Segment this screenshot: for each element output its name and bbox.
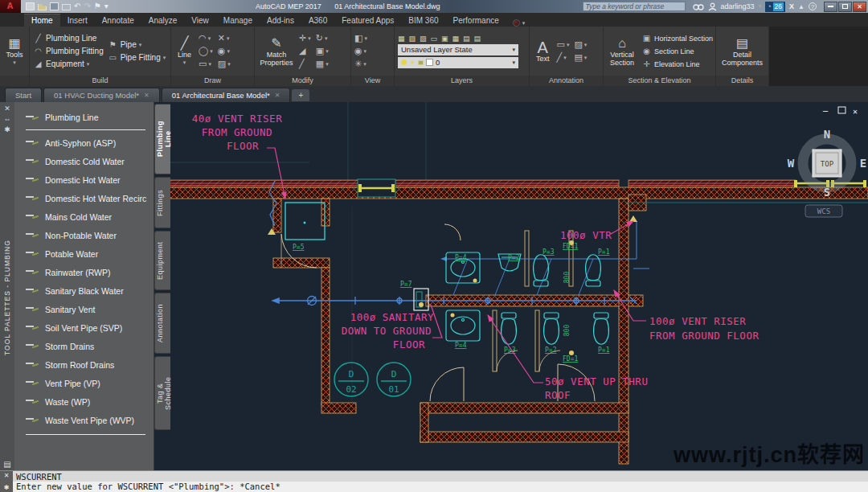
match-properties-button[interactable]: ✎ Match Properties xyxy=(258,35,295,68)
palette-item[interactable]: Rainwater (RWP) xyxy=(26,263,154,281)
palette-tab-plumbing-line[interactable]: Plumbing Line xyxy=(154,104,170,174)
file-tab-hvac[interactable]: 01 HVAC Ducting Model*✕ xyxy=(43,88,160,102)
move-tool[interactable]: ✛▾ xyxy=(299,32,311,44)
tab-manage[interactable]: Manage xyxy=(216,14,260,27)
tab-annotate[interactable]: Annotate xyxy=(95,14,141,27)
palette-properties-icon[interactable]: ✱ xyxy=(4,125,10,135)
text-button[interactable]: A Text xyxy=(533,39,553,64)
palette-tab-tag-schedule[interactable]: Tag & Schedule xyxy=(154,356,170,430)
palette-tab-fittings[interactable]: Fittings xyxy=(154,177,170,228)
viewport-close-icon[interactable]: ✕ xyxy=(853,107,858,116)
workspace-icon[interactable]: ⚑ xyxy=(94,2,101,10)
exchange-apps-icon[interactable]: X xyxy=(789,2,794,10)
open-file-icon[interactable] xyxy=(38,2,47,10)
view-orbit-tool[interactable]: ◉▾ xyxy=(354,45,367,57)
arc-tool[interactable]: ◠▾ xyxy=(199,32,213,44)
palette-item[interactable]: Non-Potable Water xyxy=(26,226,154,244)
palette-close-icon[interactable]: ✕ xyxy=(4,104,10,114)
layer-tools-row[interactable]: ▦▨▨ ▭▣▦ ▤▤ xyxy=(398,35,518,43)
view-zoom-tool[interactable]: ✳▾ xyxy=(354,58,367,70)
new-file-icon[interactable] xyxy=(26,2,35,10)
palette-item[interactable]: Anti-Syphon (ASP) xyxy=(26,133,154,152)
tab-insert[interactable]: Insert xyxy=(60,14,95,27)
print-icon[interactable] xyxy=(62,4,71,10)
tab-performance[interactable]: Performance xyxy=(446,14,506,27)
viewcube-east[interactable]: E xyxy=(860,157,866,170)
tab-addins[interactable]: Add-ins xyxy=(260,14,301,27)
erase-tool[interactable]: ◢ xyxy=(299,45,311,57)
tab-featured-apps[interactable]: Featured Apps xyxy=(334,14,401,27)
palette-item[interactable]: Vent Pipe (VP) xyxy=(26,374,154,392)
app-logo-icon[interactable]: A xyxy=(0,0,21,13)
palette-item[interactable]: Waste (WP) xyxy=(26,392,154,411)
plumbing-line-button[interactable]: ╱ Plumbing Line xyxy=(33,32,104,44)
polyline-tool[interactable]: ✕▾ xyxy=(218,32,231,44)
circle-tool[interactable]: ◯▾ xyxy=(199,45,213,57)
palette-autohide-icon[interactable]: ⇔ xyxy=(4,114,11,125)
palette-item-plumbing-line[interactable]: Plumbing Line xyxy=(26,107,154,128)
new-drawing-tab-button[interactable]: + xyxy=(292,89,309,101)
palette-item[interactable]: Domestic Hot Water Recirc xyxy=(26,189,154,207)
vertical-section-button[interactable]: ⌂ Vertical Section xyxy=(607,35,637,68)
horizontal-section-button[interactable]: ▣ Horizontal Section xyxy=(641,32,713,44)
trim-tool[interactable]: ╱ xyxy=(299,58,311,70)
tools-button[interactable]: ▦ Tools ▾ xyxy=(3,35,27,68)
leader-tool[interactable]: ╱▾ xyxy=(557,51,570,64)
rectangle-tool[interactable]: ▭▾ xyxy=(199,58,213,70)
save-icon[interactable] xyxy=(50,2,59,10)
layer-dropdown[interactable]: ☀ 0 ▾ xyxy=(398,57,518,68)
palette-item[interactable]: Sanitary Black Water xyxy=(26,281,154,300)
floor-plan-canvas[interactable]: P=4 P=2 P=3 FD=1 P=1 P=4 P=3 P=2 FD=1 P=… xyxy=(154,102,868,470)
file-tab-start[interactable]: Start xyxy=(5,88,42,102)
command-close-icon[interactable]: ✕ xyxy=(4,472,10,479)
minimize-button[interactable] xyxy=(824,2,837,12)
dimension-tool[interactable]: ▭▾ xyxy=(557,39,570,51)
table-tool[interactable]: ▤▾ xyxy=(574,51,587,64)
plumbing-fitting-button[interactable]: ◠ Plumbing Fitting xyxy=(33,45,104,57)
palette-item[interactable]: Sanitary Vent xyxy=(26,300,154,318)
palette-item[interactable]: Waste Vent Pipe (WVP) xyxy=(26,411,154,429)
file-tab-architectural[interactable]: 01 Architectural Base Model*✕ xyxy=(162,88,291,102)
elevation-line-button[interactable]: ✛ Elevation Line xyxy=(641,58,713,70)
tab-home[interactable]: Home xyxy=(24,14,60,27)
detail-components-button[interactable]: ▤ Detail Components xyxy=(719,35,766,68)
qat-dropdown-icon[interactable]: ▾ xyxy=(104,2,108,10)
close-tab-icon[interactable]: ✕ xyxy=(275,92,280,99)
user-dropdown-icon[interactable]: ▾ xyxy=(759,3,762,10)
drawing-viewport[interactable]: P=4 P=2 P=3 FD=1 P=1 P=4 P=3 P=2 FD=1 P=… xyxy=(154,102,868,470)
pipe-button[interactable]: ⚑ Pipe ▾ xyxy=(108,39,166,51)
palette-tab-equipment[interactable]: Equipment xyxy=(154,231,170,290)
section-line-button[interactable]: ◉ Section Line xyxy=(641,45,713,57)
close-tab-icon[interactable]: ✕ xyxy=(144,92,149,99)
restore-button[interactable] xyxy=(838,2,852,12)
help-icon[interactable]: ? xyxy=(809,2,817,10)
model-space-background[interactable] xyxy=(154,102,868,470)
a360-icon[interactable]: ▲ xyxy=(798,3,805,10)
tab-analyze[interactable]: Analyze xyxy=(141,14,185,27)
command-customize-icon[interactable]: ✱ xyxy=(4,484,10,491)
palette-item[interactable]: Domestic Hot Water xyxy=(26,170,154,189)
palette-item[interactable]: Storm Drains xyxy=(26,337,154,355)
ribbon-options[interactable]: ▾ xyxy=(513,19,526,27)
palette-item[interactable]: Storm Roof Drains xyxy=(26,355,154,374)
palette-panel-icon[interactable]: ▤ xyxy=(3,460,10,469)
line-button[interactable]: ╱ Line ▾ xyxy=(174,35,194,68)
array-tool[interactable]: ▦▾ xyxy=(316,58,329,70)
command-prompt-line[interactable]: Enter new value for WSCURRENT <"Plumbing… xyxy=(13,482,868,492)
tab-view[interactable]: View xyxy=(184,14,216,27)
palette-item[interactable]: Potable Water xyxy=(26,244,154,263)
palette-item[interactable]: Domestic Cold Water xyxy=(26,152,154,170)
rotate-tool[interactable]: ↻▾ xyxy=(316,32,329,44)
copy-tool[interactable]: ▣▾ xyxy=(316,45,329,57)
viewcube-north[interactable]: N xyxy=(824,128,830,141)
notification-badge[interactable]: ◔ 26 xyxy=(765,2,785,12)
tab-bim360[interactable]: BIM 360 xyxy=(401,14,445,27)
palette-item[interactable]: Mains Cold Water xyxy=(26,207,154,226)
pipe-fitting-button[interactable]: ▭ Pipe Fitting ▾ xyxy=(108,51,166,64)
signin-user[interactable]: adarling33 xyxy=(721,2,755,10)
tag-tool[interactable]: ▨▾ xyxy=(574,39,587,51)
tab-a360[interactable]: A360 xyxy=(301,14,334,27)
view-style-tool[interactable]: ◧▾ xyxy=(354,32,367,44)
palette-item[interactable]: Soil Vent Pipe (SVP) xyxy=(26,318,154,337)
viewcube-west[interactable]: W xyxy=(788,157,795,170)
